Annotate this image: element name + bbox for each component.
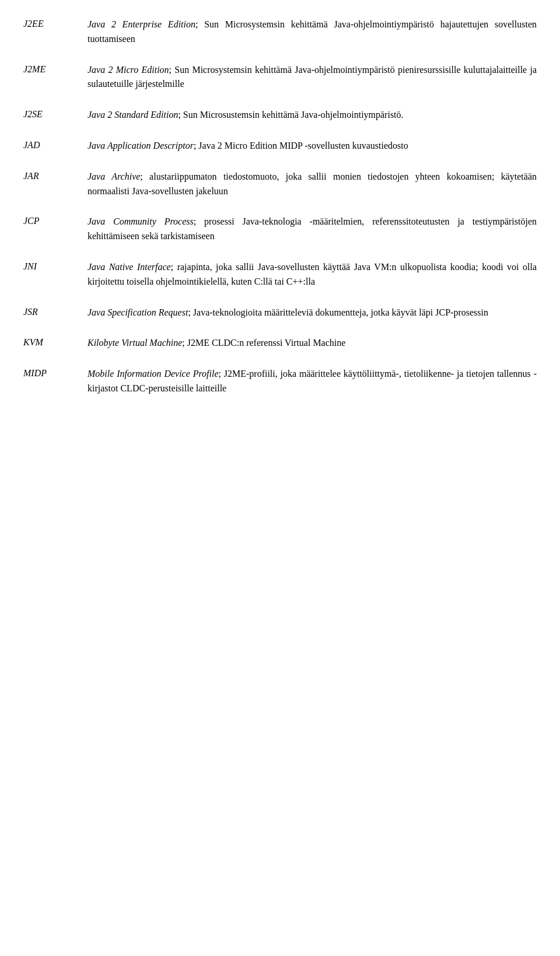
glossary-term: J2EE: [23, 17, 88, 29]
glossary-definition: Java 2 Micro Edition; Sun Microsystemsin…: [88, 63, 537, 92]
glossary-definition: Java Community Process; prosessi Java-te…: [88, 215, 537, 244]
glossary-definition: Java Archive; alustariippumaton tiedosto…: [88, 170, 537, 199]
glossary-term: JSR: [23, 306, 88, 317]
glossary-row: JSRJava Specification Request; Java-tekn…: [23, 306, 537, 320]
glossary-row: JCPJava Community Process; prosessi Java…: [23, 215, 537, 244]
glossary-term: JCP: [23, 215, 88, 226]
glossary-term: JAR: [23, 170, 88, 181]
glossary-definition: Kilobyte Virtual Machine; J2ME CLDC:n re…: [88, 336, 537, 351]
glossary-row: J2EEJava 2 Enterprise Edition; Sun Micro…: [23, 17, 537, 47]
glossary-row: MIDPMobile Information Device Profile; J…: [23, 367, 537, 396]
glossary-definition: Java Specification Request; Java-teknolo…: [88, 306, 537, 320]
glossary-definition: Java 2 Standard Edition; Sun Microsustem…: [88, 108, 537, 122]
glossary-row: JNIJava Native Interface; rajapinta, jok…: [23, 260, 537, 289]
glossary-row: JADJava Application Descriptor; Java 2 M…: [23, 139, 537, 153]
glossary-term: JAD: [23, 139, 88, 150]
glossary-term: MIDP: [23, 367, 88, 379]
glossary-row: JARJava Archive; alustariippumaton tiedo…: [23, 170, 537, 199]
glossary-definition: Java 2 Enterprise Edition; Sun Microsyst…: [88, 17, 537, 47]
glossary-definition: Java Native Interface; rajapinta, joka s…: [88, 260, 537, 289]
glossary-term: J2ME: [23, 63, 88, 75]
glossary-container: J2EEJava 2 Enterprise Edition; Sun Micro…: [23, 17, 537, 396]
glossary-term: J2SE: [23, 108, 88, 120]
glossary-row: J2MEJava 2 Micro Edition; Sun Microsyste…: [23, 63, 537, 92]
glossary-row: J2SEJava 2 Standard Edition; Sun Microsu…: [23, 108, 537, 122]
glossary-row: KVMKilobyte Virtual Machine; J2ME CLDC:n…: [23, 336, 537, 351]
glossary-definition: Mobile Information Device Profile; J2ME-…: [88, 367, 537, 396]
glossary-definition: Java Application Descriptor; Java 2 Micr…: [88, 139, 537, 153]
glossary-term: JNI: [23, 260, 88, 272]
glossary-term: KVM: [23, 336, 88, 348]
